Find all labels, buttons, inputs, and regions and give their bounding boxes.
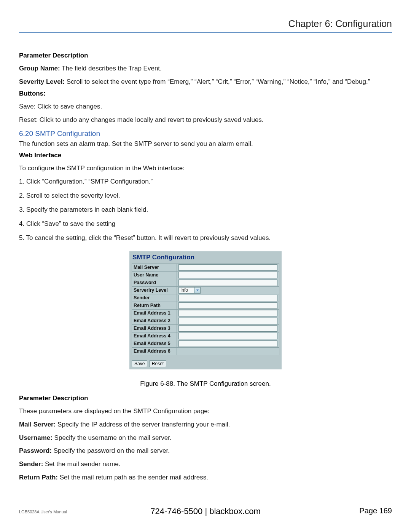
page-number: Page 169 [359, 506, 392, 515]
email-4-input[interactable] [178, 333, 277, 339]
row-label-mail-server: Mail Server [132, 264, 177, 271]
chevron-down-icon [194, 288, 200, 293]
severity-select[interactable]: Info [178, 287, 201, 294]
web-interface-heading: Web Interface [19, 152, 392, 159]
row-label-email-4: Email Address 4 [132, 332, 177, 340]
param-password: Password: Specify the password on the ma… [19, 446, 392, 457]
mail-server-input[interactable] [178, 264, 277, 271]
footer-site: blackbox.com [209, 506, 261, 516]
severity-line: Severity Level: Scroll to select the eve… [19, 77, 392, 88]
table-row: Email Address 2 [132, 317, 279, 324]
smtp-section-heading: 6.20 SMTP Configuration [19, 129, 392, 138]
severity-label: Severity Level: [19, 78, 65, 85]
step-2: 2. Scroll to select the severity level. [19, 190, 392, 201]
row-label-email-5: Email Address 5 [132, 340, 177, 347]
figure-caption: Figure 6-88. The SMTP Configuration scre… [19, 380, 392, 388]
row-label-sender: Sender [132, 294, 177, 302]
row-label-email-6: Email Address 6 [132, 347, 177, 355]
table-row: Email Address 5 [132, 340, 279, 347]
page-footer: LGB5028A User's Manual 724-746-5500 | bl… [19, 504, 392, 515]
user-name-input[interactable] [178, 272, 277, 278]
param-label: Password: [19, 447, 52, 454]
param-return-path: Return Path: Set the mail return path as… [19, 472, 392, 483]
password-input[interactable] [178, 280, 277, 286]
chapter-title: Chapter 6: Configuration [19, 18, 392, 33]
group-name-label: Group Name: [19, 65, 60, 72]
smtp-config-table: Mail Server User Name Password Serveriry… [132, 264, 279, 355]
email-5-input[interactable] [178, 340, 277, 347]
param-desc-heading-1: Parameter Description [19, 52, 392, 59]
step-3: 3. Specify the parameters in each blank … [19, 204, 392, 216]
table-row: Return Path [132, 302, 279, 309]
smtp-intro: The function sets an alarm trap. Set the… [19, 139, 392, 150]
table-row: Sender [132, 294, 279, 302]
smtp-config-panel: SMTP Configuration Mail Server User Name… [129, 251, 282, 369]
smtp-panel-title: SMTP Configuration [132, 254, 279, 261]
email-3-input[interactable] [178, 325, 277, 332]
table-row: Email Address 1 [132, 309, 279, 317]
table-row: Email Address 6 [132, 347, 279, 355]
web-interface-intro: To configure the SMTP configuration in t… [19, 163, 392, 174]
row-label-return-path: Return Path [132, 302, 177, 309]
param-text: Set the mail sender name. [43, 460, 120, 468]
param-text: Specify the username on the mail server. [53, 434, 172, 441]
email-2-input[interactable] [178, 318, 277, 324]
param-label: Mail Server: [19, 421, 56, 428]
table-row: Email Address 3 [132, 324, 279, 332]
footer-phone: 724-746-5500 [150, 506, 202, 516]
row-label-password: Password [132, 279, 177, 286]
step-1: 1. Click “Configuration,” “SMTP Configur… [19, 176, 392, 187]
buttons-heading: Buttons: [19, 90, 392, 97]
table-row: Password [132, 279, 279, 286]
param-text: Specify the password on the mail server. [52, 447, 170, 454]
row-label-email-2: Email Address 2 [132, 317, 177, 324]
reset-desc: Reset: Click to undo any changes made lo… [19, 115, 392, 126]
param-label: Return Path: [19, 474, 58, 481]
severity-text: Scroll to select the event type from “Em… [65, 78, 370, 85]
save-button[interactable]: Save [132, 360, 147, 367]
param-mail-server: Mail Server: Specify the IP address of t… [19, 419, 392, 430]
param-label: Username: [19, 434, 53, 441]
footer-sep: | [202, 506, 209, 516]
save-desc: Save: Click to save changes. [19, 101, 392, 112]
param-desc-heading-2: Parameter Description [19, 395, 392, 402]
table-row: Mail Server [132, 264, 279, 271]
footer-center: 724-746-5500 | blackbox.com [150, 506, 260, 516]
reset-button[interactable]: Reset [149, 360, 166, 367]
row-label-severity: Serveriry Level [132, 286, 177, 294]
sender-input[interactable] [178, 295, 277, 301]
row-label-user-name: User Name [132, 271, 177, 279]
severity-select-value: Info [180, 288, 188, 293]
return-path-input[interactable] [178, 302, 277, 309]
param-username: Username: Specify the username on the ma… [19, 433, 392, 444]
manual-name: LGB5028A User's Manual [19, 510, 67, 514]
table-row: Email Address 4 [132, 332, 279, 340]
param-sender: Sender: Set the mail sender name. [19, 459, 392, 470]
group-name-line: Group Name: The field describes the Trap… [19, 63, 392, 74]
param-desc-intro: These parameters are displayed on the SM… [19, 406, 392, 417]
table-row: User Name [132, 271, 279, 279]
row-label-email-1: Email Address 1 [132, 309, 177, 317]
table-row: Serveriry Level Info [132, 286, 279, 294]
step-4: 4. Click “Save” to save the setting [19, 219, 392, 230]
param-label: Sender: [19, 460, 43, 468]
param-text: Set the mail return path as the sender m… [58, 474, 208, 481]
email-1-input[interactable] [178, 310, 277, 316]
step-5: 5. To cancel the setting, click the “Res… [19, 233, 392, 244]
row-label-email-3: Email Address 3 [132, 324, 177, 332]
group-name-text: The field describes the Trap Event. [60, 65, 162, 72]
param-text: Specify the IP address of the server tra… [56, 421, 230, 428]
